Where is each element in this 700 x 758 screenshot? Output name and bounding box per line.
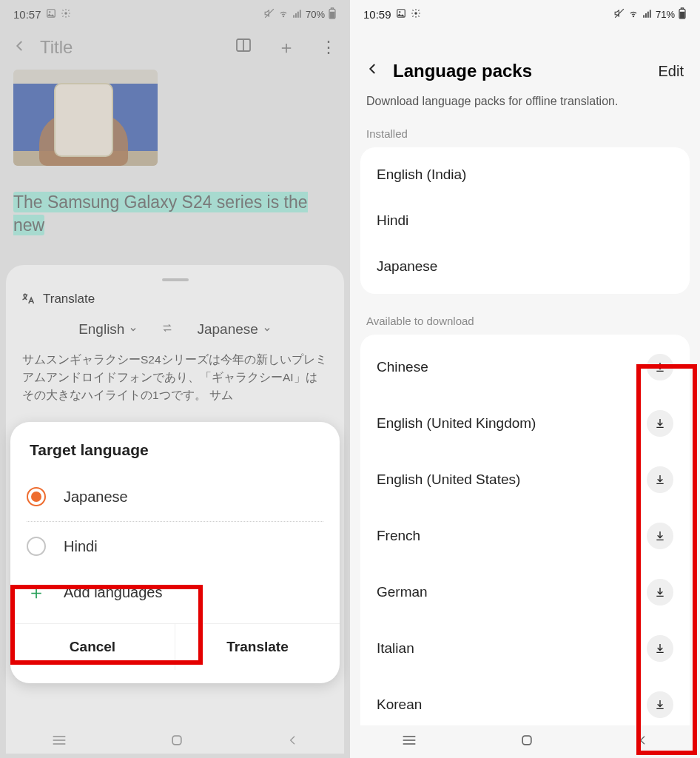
signal-icon	[292, 8, 303, 21]
add-icon[interactable]: ＋	[277, 36, 295, 59]
edit-button[interactable]: Edit	[659, 63, 684, 80]
chevron-down-icon	[263, 325, 272, 334]
svg-point-22	[633, 16, 633, 16]
recents-button[interactable]	[52, 734, 67, 750]
language-name: German	[377, 584, 428, 600]
status-time: 10:59	[363, 8, 391, 21]
more-icon[interactable]: ⋮	[320, 38, 337, 57]
signal-icon	[642, 8, 653, 21]
language-option-hindi[interactable]: Hindi	[10, 525, 340, 568]
language-name: English (India)	[377, 167, 466, 183]
status-time: 10:57	[13, 8, 41, 21]
gear-icon	[61, 8, 71, 21]
svg-rect-7	[297, 11, 299, 17]
recents-button[interactable]	[402, 734, 417, 750]
available-label: Available to download	[350, 315, 700, 335]
radio-icon	[27, 537, 46, 556]
target-language: Japanese	[197, 321, 258, 338]
svg-rect-5	[293, 15, 295, 18]
mute-icon	[264, 8, 275, 21]
wifi-icon	[627, 8, 639, 21]
source-language-picker[interactable]: English	[78, 321, 138, 338]
modal-title: Target language	[10, 441, 340, 475]
svg-point-2	[64, 12, 67, 15]
svg-point-19	[399, 11, 400, 13]
image-icon	[396, 8, 406, 21]
language-option-label: Japanese	[64, 489, 128, 506]
radio-selected-icon	[27, 487, 46, 506]
annotation-highlight	[10, 585, 203, 665]
language-name: Hindi	[377, 212, 408, 229]
source-language: English	[78, 321, 124, 338]
language-name: Italian	[377, 640, 414, 657]
status-battery: 70%	[306, 9, 325, 20]
svg-rect-17	[172, 736, 181, 745]
status-bar: 10:57 70%	[0, 0, 350, 25]
translate-label: Translate	[43, 292, 95, 306]
android-navbar	[0, 725, 350, 758]
back-icon[interactable]	[13, 36, 27, 59]
svg-rect-26	[650, 10, 651, 17]
home-button[interactable]	[169, 733, 184, 751]
language-name: Japanese	[377, 258, 437, 275]
list-item[interactable]: English (India)	[360, 152, 690, 198]
image-icon	[46, 8, 56, 21]
svg-rect-23	[643, 15, 645, 18]
reader-icon[interactable]	[235, 36, 252, 58]
svg-rect-11	[330, 12, 334, 18]
svg-rect-10	[331, 7, 333, 9]
svg-point-20	[414, 12, 417, 15]
note-header: Title ＋ ⋮	[0, 25, 350, 70]
language-option-label: Hindi	[64, 538, 98, 555]
mute-icon	[614, 8, 625, 21]
svg-rect-24	[645, 13, 647, 18]
svg-point-4	[283, 16, 283, 16]
svg-point-1	[49, 11, 50, 13]
language-name: French	[377, 528, 420, 544]
language-name: Chinese	[377, 359, 428, 375]
wifi-icon	[277, 8, 289, 21]
list-item[interactable]: Hindi	[360, 198, 690, 244]
gear-icon	[411, 8, 421, 21]
svg-rect-8	[300, 10, 301, 17]
language-name: Korean	[377, 697, 422, 713]
swap-icon[interactable]	[160, 322, 175, 338]
svg-rect-28	[681, 7, 683, 9]
svg-rect-25	[647, 11, 649, 17]
svg-rect-6	[295, 13, 297, 18]
page-header: Language packs Edit	[350, 25, 700, 95]
installed-list: English (India) Hindi Japanese	[360, 147, 690, 294]
status-battery: 71%	[656, 9, 675, 20]
battery-icon	[678, 7, 687, 21]
note-image[interactable]	[13, 70, 158, 166]
language-option-japanese[interactable]: Japanese	[10, 475, 340, 518]
target-language-picker[interactable]: Japanese	[197, 321, 271, 338]
note-title[interactable]: Title	[40, 37, 209, 58]
battery-icon	[328, 7, 337, 21]
page-description: Download language packs for offline tran…	[350, 95, 700, 127]
status-bar: 10:59 71%	[350, 0, 700, 25]
language-name: English (United Kingdom)	[377, 415, 536, 432]
drag-handle[interactable]	[162, 278, 189, 281]
chevron-down-icon	[129, 325, 138, 334]
page-title: Language packs	[393, 61, 645, 81]
annotation-highlight	[636, 364, 697, 755]
divider	[27, 521, 323, 522]
translate-icon	[21, 292, 36, 306]
nav-back-button[interactable]	[287, 733, 299, 751]
installed-label: Installed	[350, 127, 700, 147]
translated-text: サムスンギャラクシーS24シリーズは今年の新しいプレミアムアンドロイドフォンであ…	[18, 351, 332, 404]
back-icon[interactable]	[366, 61, 380, 81]
home-button[interactable]	[519, 733, 534, 751]
svg-rect-29	[680, 12, 684, 18]
highlighted-text[interactable]: The Samsung Galaxy S24 series is the new	[13, 192, 308, 235]
list-item[interactable]: Japanese	[360, 244, 690, 289]
svg-rect-33	[522, 736, 531, 745]
language-name: English (United States)	[377, 472, 520, 488]
